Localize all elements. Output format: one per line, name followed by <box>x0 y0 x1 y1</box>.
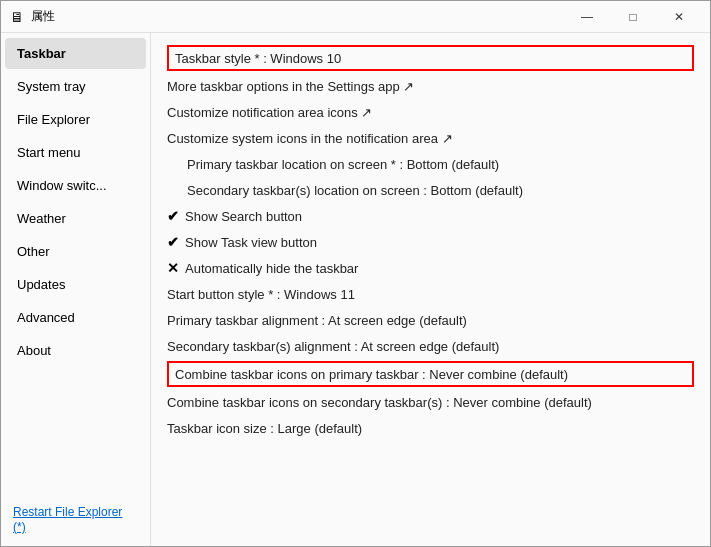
window-controls: — □ ✕ <box>564 1 702 33</box>
customize-system-icons-row[interactable]: Customize system icons in the notificati… <box>167 125 694 151</box>
main-content: Taskbar style * : Windows 10 More taskba… <box>151 33 710 546</box>
customize-notification-label: Customize notification area icons ↗ <box>167 105 372 120</box>
start-button-style-row[interactable]: Start button style * : Windows 11 <box>167 281 694 307</box>
title-bar: 🖥 属性 — □ ✕ <box>1 1 710 33</box>
secondary-alignment-label: Secondary taskbar(s) alignment : At scre… <box>167 339 499 354</box>
combine-secondary-row[interactable]: Combine taskbar icons on secondary taskb… <box>167 389 694 415</box>
taskbar-style-label: Taskbar style * : Windows 10 <box>175 51 341 66</box>
icon-size-label: Taskbar icon size : Large (default) <box>167 421 362 436</box>
start-button-style-label: Start button style * : Windows 11 <box>167 287 355 302</box>
close-button[interactable]: ✕ <box>656 1 702 33</box>
sidebar-item-window-switch[interactable]: Window switc... <box>5 170 146 201</box>
combine-primary-row[interactable]: Combine taskbar icons on primary taskbar… <box>167 361 694 387</box>
app-icon: 🖥 <box>9 9 25 25</box>
secondary-location-label: Secondary taskbar(s) location on screen … <box>187 183 523 198</box>
more-options-label: More taskbar options in the Settings app… <box>167 79 414 94</box>
secondary-alignment-row[interactable]: Secondary taskbar(s) alignment : At scre… <box>167 333 694 359</box>
sidebar-item-file-explorer[interactable]: File Explorer <box>5 104 146 135</box>
content-area: Taskbar System tray File Explorer Start … <box>1 33 710 546</box>
show-task-view-row[interactable]: ✔ Show Task view button <box>167 229 694 255</box>
primary-alignment-row[interactable]: Primary taskbar alignment : At screen ed… <box>167 307 694 333</box>
maximize-button[interactable]: □ <box>610 1 656 33</box>
show-search-row[interactable]: ✔ Show Search button <box>167 203 694 229</box>
sidebar-item-taskbar[interactable]: Taskbar <box>5 38 146 69</box>
sidebar-item-advanced[interactable]: Advanced <box>5 302 146 333</box>
sidebar-item-other[interactable]: Other <box>5 236 146 267</box>
window-title: 属性 <box>31 8 564 25</box>
secondary-location-row[interactable]: Secondary taskbar(s) location on screen … <box>167 177 694 203</box>
primary-location-label: Primary taskbar location on screen * : B… <box>187 157 499 172</box>
customize-notification-row[interactable]: Customize notification area icons ↗ <box>167 99 694 125</box>
sidebar-bottom: Restart File Explorer (*) <box>1 496 150 546</box>
check-icon-task-view: ✔ <box>167 234 179 250</box>
customize-system-icons-label: Customize system icons in the notificati… <box>167 131 453 146</box>
sidebar: Taskbar System tray File Explorer Start … <box>1 33 151 546</box>
sidebar-item-about[interactable]: About <box>5 335 146 366</box>
show-search-label: Show Search button <box>185 209 302 224</box>
app-window: 🖥 属性 — □ ✕ Taskbar System tray File Expl… <box>0 0 711 547</box>
auto-hide-row[interactable]: ✕ Automatically hide the taskbar <box>167 255 694 281</box>
primary-alignment-label: Primary taskbar alignment : At screen ed… <box>167 313 467 328</box>
taskbar-style-row[interactable]: Taskbar style * : Windows 10 <box>167 45 694 71</box>
sidebar-item-updates[interactable]: Updates <box>5 269 146 300</box>
sidebar-item-weather[interactable]: Weather <box>5 203 146 234</box>
sidebar-item-start-menu[interactable]: Start menu <box>5 137 146 168</box>
check-icon-search: ✔ <box>167 208 179 224</box>
auto-hide-label: Automatically hide the taskbar <box>185 261 358 276</box>
primary-location-row[interactable]: Primary taskbar location on screen * : B… <box>167 151 694 177</box>
more-options-row[interactable]: More taskbar options in the Settings app… <box>167 73 694 99</box>
combine-secondary-label: Combine taskbar icons on secondary taskb… <box>167 395 592 410</box>
minimize-button[interactable]: — <box>564 1 610 33</box>
show-task-view-label: Show Task view button <box>185 235 317 250</box>
sidebar-item-system-tray[interactable]: System tray <box>5 71 146 102</box>
restart-link[interactable]: Restart File Explorer (*) <box>13 505 122 534</box>
icon-size-row[interactable]: Taskbar icon size : Large (default) <box>167 415 694 441</box>
combine-primary-label: Combine taskbar icons on primary taskbar… <box>175 367 568 382</box>
x-icon-auto-hide: ✕ <box>167 260 179 276</box>
